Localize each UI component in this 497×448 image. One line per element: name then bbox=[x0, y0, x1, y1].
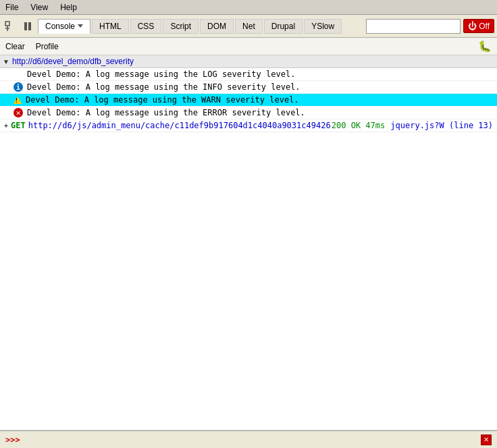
tab-drupal[interactable]: Drupal bbox=[264, 19, 303, 34]
menu-help[interactable]: Help bbox=[57, 1, 80, 13]
tab-dom[interactable]: DOM bbox=[200, 19, 234, 34]
menu-file[interactable]: File bbox=[3, 1, 21, 13]
tab-bar: Console HTML CSS Script DOM Net Drupal Y… bbox=[38, 19, 342, 34]
inspect-icon[interactable] bbox=[3, 19, 18, 34]
tab-dropdown-arrow[interactable] bbox=[78, 24, 83, 28]
tab-yslow[interactable]: YSlow bbox=[304, 19, 342, 34]
log-entry-log: Devel Demo: A log message using the LOG … bbox=[0, 68, 497, 81]
svg-rect-0 bbox=[5, 22, 9, 26]
log-text-info: Devel Demo: A log message using the INFO… bbox=[27, 82, 300, 92]
power-icon: ⏻ bbox=[468, 21, 477, 31]
warn-severity-icon bbox=[14, 96, 22, 104]
net-method: GET bbox=[11, 121, 26, 130]
group-header[interactable]: ▼ http://d6/devel_demo/dfb_severity bbox=[0, 55, 497, 68]
info-severity-icon: i bbox=[14, 82, 23, 92]
console-prompt: >>> bbox=[5, 435, 20, 445]
group-toggle-icon[interactable]: ▼ bbox=[3, 58, 9, 65]
log-entry-warn: Devel Demo: A log message using the WARN… bbox=[0, 94, 497, 107]
tab-html[interactable]: HTML bbox=[92, 19, 129, 34]
error-severity-icon: ✕ bbox=[14, 108, 23, 117]
close-button[interactable]: ✕ bbox=[481, 435, 492, 445]
pause-icon[interactable] bbox=[20, 19, 35, 34]
net-status: 200 OK 47ms bbox=[332, 121, 385, 130]
menu-view[interactable]: View bbox=[28, 1, 51, 13]
net-file[interactable]: jquery.js?W (line 13) bbox=[390, 121, 493, 130]
svg-rect-4 bbox=[28, 22, 31, 30]
log-text-log: Devel Demo: A log message using the LOG … bbox=[27, 69, 295, 79]
net-url[interactable]: http://d6/js/admin_menu/cache/c11def9b91… bbox=[28, 121, 331, 130]
log-text-error: Devel Demo: A log message using the ERRO… bbox=[27, 108, 305, 117]
bottom-bar: >>> ✕ bbox=[0, 430, 497, 448]
log-entry-error: ✕ Devel Demo: A log message using the ER… bbox=[0, 107, 497, 119]
group-url: http://d6/devel_demo/dfb_severity bbox=[12, 57, 134, 66]
net-entry: + GET http://d6/js/admin_menu/cache/c11d… bbox=[0, 119, 497, 132]
net-toggle-icon[interactable]: + bbox=[4, 122, 8, 130]
tab-net[interactable]: Net bbox=[235, 19, 263, 34]
off-button[interactable]: ⏻ Off bbox=[463, 19, 494, 33]
menu-bar: File View Help bbox=[0, 0, 497, 15]
tab-console[interactable]: Console bbox=[38, 19, 90, 34]
profile-button[interactable]: Profile bbox=[36, 42, 59, 51]
clear-button[interactable]: Clear bbox=[5, 42, 25, 51]
bug-icon[interactable]: 🐛 bbox=[478, 40, 492, 53]
search-box bbox=[366, 19, 461, 34]
console-toolbar: Clear Profile 🐛 bbox=[0, 38, 497, 55]
log-entry-info: i Devel Demo: A log message using the IN… bbox=[0, 81, 497, 94]
svg-rect-3 bbox=[24, 22, 27, 30]
log-text-warn: Devel Demo: A log message using the WARN… bbox=[26, 95, 299, 105]
tab-css[interactable]: CSS bbox=[130, 19, 162, 34]
main-toolbar: Console HTML CSS Script DOM Net Drupal Y… bbox=[0, 15, 497, 38]
tab-script[interactable]: Script bbox=[163, 19, 199, 34]
search-input[interactable] bbox=[366, 19, 461, 34]
console-content: ▼ http://d6/devel_demo/dfb_severity Deve… bbox=[0, 55, 497, 430]
